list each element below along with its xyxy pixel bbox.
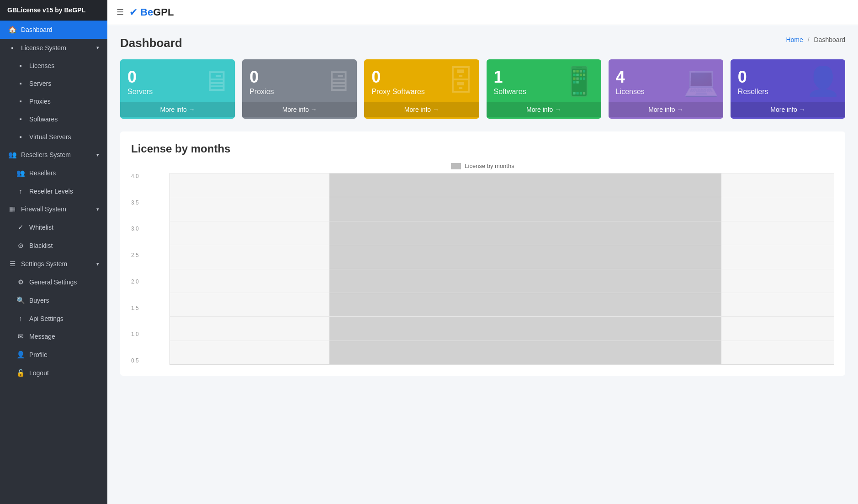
- topbar: ☰ ✔ BeGPL: [107, 0, 858, 25]
- sidebar-item-licenses[interactable]: ▪ Licenses: [0, 57, 107, 74]
- more-info-licenses[interactable]: More info →: [609, 102, 723, 117]
- chevron-down-icon-2: ▾: [96, 152, 99, 158]
- more-info-proxies[interactable]: More info →: [242, 102, 357, 117]
- virtual-servers-icon: ▪: [16, 133, 25, 141]
- buyers-icon: 🔍: [16, 296, 25, 304]
- y-axis-labels: 4.03.53.02.52.01.51.00.5: [131, 173, 139, 365]
- licenses-icon: ▪: [16, 62, 25, 69]
- stat-card-softwares: 1 Softwares 📱 More info →: [487, 59, 601, 119]
- chevron-down-icon: ▾: [96, 45, 99, 51]
- sidebar-item-settings-system[interactable]: ☰ Settings System ▾: [0, 255, 107, 273]
- firewall-system-icon: ▦: [8, 205, 16, 213]
- legend-color-box: [451, 163, 461, 169]
- sidebar-label-firewall-system: Firewall System: [21, 205, 66, 213]
- whitelist-icon: ✓: [16, 223, 25, 231]
- sidebar-item-api-settings[interactable]: ↑ Api Settings: [0, 310, 107, 327]
- stat-icon-proxy-softwares: 🗄: [446, 65, 475, 97]
- sidebar-label-blacklist: Blacklist: [29, 242, 53, 249]
- page-header: Dashboard Home / Dashboard: [120, 36, 845, 50]
- grid-line-25: [170, 245, 834, 245]
- chevron-down-icon-3: ▾: [96, 206, 99, 212]
- y-axis-label: 1.5: [131, 305, 139, 311]
- y-axis-label: 3.5: [131, 200, 139, 206]
- chart-legend: License by months: [131, 163, 834, 169]
- menu-toggle-icon[interactable]: ☰: [117, 7, 124, 17]
- sidebar-label-dashboard: Dashboard: [21, 26, 53, 33]
- grid-line-1: [170, 316, 834, 317]
- stat-icon-softwares: 📱: [561, 65, 597, 98]
- sidebar-item-whitelist[interactable]: ✓ Whitelist: [0, 218, 107, 236]
- sidebar-item-firewall-system[interactable]: ▦ Firewall System ▾: [0, 200, 107, 218]
- sidebar-item-resellers[interactable]: 👥 Resellers: [0, 164, 107, 182]
- sidebar-item-general-settings[interactable]: ⚙ General Settings: [0, 273, 107, 291]
- sidebar-item-proxies[interactable]: ▪ Proxies: [0, 92, 107, 110]
- breadcrumb-home[interactable]: Home: [786, 36, 803, 43]
- sidebar-label-licenses: Licenses: [29, 62, 54, 69]
- sidebar-label-reseller-levels: Reseller Levels: [29, 188, 73, 195]
- sidebar-item-message[interactable]: ✉ Message: [0, 327, 107, 346]
- sidebar-label-settings-system: Settings System: [21, 260, 67, 268]
- page-title: Dashboard: [120, 36, 182, 50]
- chart-area: [169, 173, 834, 365]
- y-axis-label: 2.5: [131, 252, 139, 258]
- stat-cards: 0 Servers 🖥 More info → 0 Proxies 🖥 More…: [120, 59, 845, 119]
- sidebar-label-license-system: License System: [21, 44, 66, 52]
- chevron-down-icon-4: ▾: [96, 261, 99, 267]
- y-axis-label: 4.0: [131, 173, 139, 179]
- sidebar-label-message: Message: [29, 333, 55, 340]
- sidebar-item-blacklist[interactable]: ⊘ Blacklist: [0, 236, 107, 255]
- sidebar-item-buyers[interactable]: 🔍 Buyers: [0, 291, 107, 310]
- sidebar-label-resellers: Resellers: [29, 169, 56, 177]
- app-title: GBLicense v15 by BeGPL: [7, 6, 85, 14]
- sidebar-header: GBLicense v15 by BeGPL: [0, 0, 107, 21]
- sidebar-label-virtual-servers: Virtual Servers: [29, 133, 71, 141]
- sidebar-label-general-settings: General Settings: [29, 278, 77, 286]
- sidebar-item-reseller-levels[interactable]: ↑ Reseller Levels: [0, 182, 107, 200]
- sidebar-item-profile[interactable]: 👤 Profile: [0, 346, 107, 364]
- sidebar-label-softwares: Softwares: [29, 116, 58, 123]
- general-settings-icon: ⚙: [16, 278, 25, 286]
- breadcrumb-separator: /: [808, 36, 810, 43]
- sidebar-label-buyers: Buyers: [29, 297, 49, 304]
- stat-card-proxy-softwares: 0 Proxy Softwares 🗄 More info →: [364, 59, 479, 119]
- y-axis-label: 3.0: [131, 226, 139, 232]
- servers-icon: ▪: [16, 79, 25, 87]
- stat-icon-resellers: 👤: [805, 65, 841, 98]
- y-axis-label: 1.0: [131, 331, 139, 337]
- grid-line-05: [170, 341, 834, 341]
- brand-logo: ✔ BeGPL: [129, 6, 174, 18]
- grid-line-4: [170, 173, 834, 173]
- more-info-resellers[interactable]: More info →: [731, 102, 845, 117]
- more-info-proxy-softwares[interactable]: More info →: [364, 102, 479, 117]
- sidebar-item-softwares[interactable]: ▪ Softwares: [0, 110, 107, 128]
- more-info-servers[interactable]: More info →: [120, 102, 235, 117]
- blacklist-icon: ⊘: [16, 242, 25, 250]
- sidebar-item-license-system[interactable]: ▪ License System ▾: [0, 39, 107, 57]
- chart-wrapper: 4.03.53.02.52.01.51.00.5: [151, 173, 834, 365]
- sidebar-item-servers[interactable]: ▪ Servers: [0, 74, 107, 92]
- home-icon: 🏠: [8, 26, 16, 34]
- sidebar-item-resellers-system[interactable]: 👥 Resellers System ▾: [0, 146, 107, 164]
- content-area: Dashboard Home / Dashboard 0 Servers 🖥 M…: [107, 25, 858, 504]
- more-info-softwares[interactable]: More info →: [487, 102, 601, 117]
- logout-icon: 🔓: [16, 369, 25, 377]
- stat-card-licenses: 4 Licenses 💻 More info →: [609, 59, 723, 119]
- stat-icon-proxies: 🖥: [324, 65, 352, 97]
- sidebar-item-virtual-servers[interactable]: ▪ Virtual Servers: [0, 128, 107, 146]
- message-icon: ✉: [16, 332, 25, 341]
- stat-icon-licenses: 💻: [683, 65, 719, 98]
- stat-card-servers: 0 Servers 🖥 More info →: [120, 59, 235, 119]
- sidebar: GBLicense v15 by BeGPL 🏠 Dashboard ▪ Lic…: [0, 0, 107, 504]
- shield-icon: ✔: [129, 6, 138, 18]
- sidebar-label-profile: Profile: [29, 351, 48, 358]
- breadcrumb-current: Dashboard: [814, 36, 846, 43]
- sidebar-label-api-settings: Api Settings: [29, 315, 64, 322]
- sidebar-label-whitelist: Whitelist: [29, 224, 53, 231]
- sidebar-label-servers: Servers: [29, 80, 51, 87]
- sidebar-item-logout[interactable]: 🔓 Logout: [0, 364, 107, 382]
- grid-line-35: [170, 197, 834, 197]
- y-axis-label: 2.0: [131, 278, 139, 285]
- sidebar-item-dashboard[interactable]: 🏠 Dashboard: [0, 21, 107, 39]
- proxies-icon: ▪: [16, 97, 25, 105]
- chart-title: License by months: [131, 142, 834, 155]
